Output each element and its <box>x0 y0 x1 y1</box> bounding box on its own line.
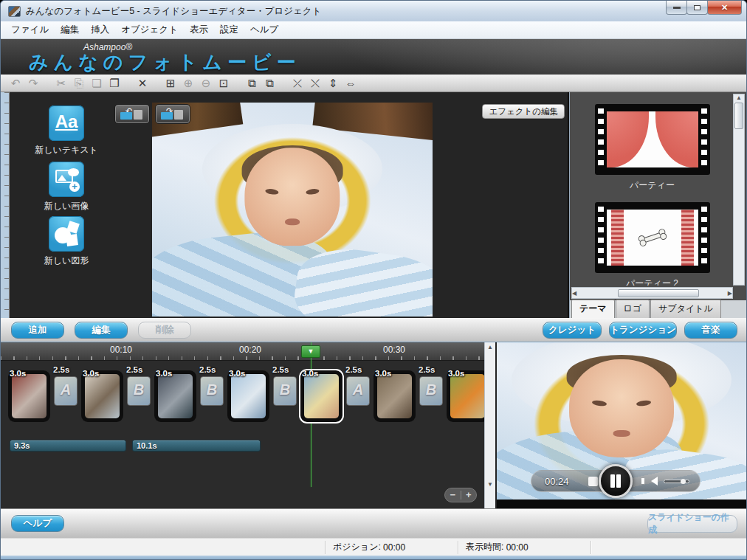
menu-item[interactable]: 編集 <box>55 21 85 38</box>
app-window: みんなのフォトムービー5 - スライドショーエディター・プロジェクト ✕ ファイ… <box>0 0 747 560</box>
ruler-label: 00:20 <box>239 345 261 355</box>
object-button-bar: 追加 編集 削除 クレジット トランジション 音楽 <box>1 318 746 342</box>
clip-duration: 2.5s <box>272 365 289 374</box>
vertical-ruler <box>1 92 10 318</box>
tool-label: 新しい画像 <box>26 200 107 212</box>
center-horizontal-icon[interactable]: ⇔ <box>342 75 359 91</box>
pause-button[interactable] <box>599 464 633 498</box>
menu-item[interactable]: ヘルプ <box>244 21 284 38</box>
theme-panel: パーティーパーティー 2 ▲ ◀▶ テーマロゴサブタイトル <box>569 92 746 318</box>
edit-effects-button[interactable]: エフェクトの編集 <box>482 104 565 119</box>
send-backward-icon[interactable]: ⧉ <box>261 75 278 91</box>
zoom-out-icon[interactable]: ⊖ <box>197 75 215 91</box>
timeline-clip-transition[interactable]: A2.5s <box>54 376 78 406</box>
redo-icon[interactable]: ↷ <box>24 75 42 91</box>
app-icon <box>8 6 21 17</box>
timeline-zoom-out-button[interactable]: − <box>445 488 461 502</box>
clip-duration: 3.0s <box>375 369 391 378</box>
help-button[interactable]: ヘルプ <box>11 515 64 532</box>
tab-ロゴ[interactable]: ロゴ <box>616 300 650 318</box>
timeline-clip-transition[interactable]: B2.5s <box>273 376 297 406</box>
tool-label: 新しいテキスト <box>26 144 107 156</box>
clip-duration: 2.5s <box>345 365 362 374</box>
timeline-clip-photo[interactable]: 3.0s <box>81 370 123 422</box>
close-button[interactable]: ✕ <box>707 1 742 15</box>
bring-forward-icon[interactable]: ⧉ <box>243 75 261 91</box>
mirror-vertical-icon[interactable]: ⤬ <box>306 75 324 91</box>
player-panel: 00:24 <box>495 342 746 508</box>
duplicate-icon[interactable]: ❐ <box>106 75 123 91</box>
tool-image[interactable]: +新しい画像 <box>26 162 107 212</box>
theme-horizontal-scrollbar[interactable]: ◀▶ <box>571 287 733 299</box>
music-button[interactable]: 音楽 <box>684 322 737 339</box>
clip-duration: 3.0s <box>302 369 318 378</box>
new-text-icon: Aa <box>49 106 84 141</box>
copy-icon[interactable]: ❏ <box>88 75 106 91</box>
rotate-left-button[interactable]: ↶ <box>114 104 150 124</box>
volume-slider[interactable] <box>664 480 689 483</box>
zoom-in-icon[interactable]: ⊕ <box>179 75 197 91</box>
tab-サブタイトル[interactable]: サブタイトル <box>650 300 721 318</box>
timeline-ruler[interactable]: 00:10 00:20 00:30 <box>1 342 484 361</box>
volume-icon <box>651 477 658 485</box>
timeline-clip-transition[interactable]: A2.5s <box>346 376 370 406</box>
add-button[interactable]: 追加 <box>11 322 64 339</box>
delete-icon[interactable]: ✕ <box>134 75 151 91</box>
theme-vertical-scrollbar[interactable]: ▲ <box>733 94 745 286</box>
menu-item[interactable]: 設定 <box>214 21 244 38</box>
theme-item[interactable]: パーティー <box>593 104 712 192</box>
zoom-fit-icon[interactable]: ⊡ <box>215 75 233 91</box>
brand-product: みんなのフォトムービー <box>29 49 300 75</box>
menu-item[interactable]: オブジェクト <box>115 21 184 38</box>
stop-button[interactable] <box>588 477 598 486</box>
rotate-right-button[interactable]: ↷ <box>155 104 190 124</box>
playback-bar: 00:24 <box>531 470 700 492</box>
timeline-clip-photo[interactable]: 3.0s <box>8 370 50 422</box>
timeline-zoom-in-button[interactable]: + <box>461 488 477 502</box>
theme-thumbnail[interactable] <box>595 104 710 175</box>
timeline-tracks[interactable]: 00:10 00:20 00:30 ▼ 3.0sA2.5s3.0sB2.5s3.… <box>1 342 484 508</box>
timeline-clip-photo[interactable]: 3.0s <box>154 370 196 422</box>
edit-button[interactable]: 編集 <box>75 322 128 339</box>
timeline-vertical-scrollbar[interactable]: ▲▼ <box>484 342 495 508</box>
theme-tabs: テーマロゴサブタイトル <box>570 300 746 318</box>
music-clip[interactable]: 9.3s <box>10 440 126 452</box>
undo-icon[interactable]: ↶ <box>7 75 24 91</box>
timeline-clip-transition[interactable]: B2.5s <box>200 376 224 406</box>
theme-label: パーティー 2 <box>593 277 712 286</box>
center-vertical-icon[interactable]: ⇕ <box>324 75 342 91</box>
paste-icon[interactable]: ⎘ <box>70 75 88 91</box>
menu-item[interactable]: ファイル <box>5 21 55 38</box>
theme-thumbnail[interactable] <box>595 202 710 273</box>
slide-preview-image[interactable] <box>152 103 433 317</box>
create-slideshow-button[interactable]: スライドショーの作成 <box>647 515 737 533</box>
timeline-clip-photo[interactable]: 3.0s <box>447 370 484 422</box>
timeline-clip-photo[interactable]: 3.0s <box>227 370 269 422</box>
cut-icon[interactable]: ✂ <box>52 75 70 91</box>
clip-duration: 2.5s <box>199 365 216 374</box>
menu-item[interactable]: 挿入 <box>85 21 115 38</box>
menu-item[interactable]: 表示 <box>184 21 214 38</box>
tool-text[interactable]: Aa新しいテキスト <box>26 106 107 156</box>
tool-shape[interactable]: 新しい図形 <box>26 216 107 267</box>
mirror-horizontal-icon[interactable]: ⤫ <box>289 75 306 91</box>
title-bar[interactable]: みんなのフォトムービー5 - スライドショーエディター・プロジェクト ✕ <box>1 1 746 21</box>
editor-canvas[interactable]: Aa新しいテキスト+新しい画像新しい図形 ↶ ↷ エフェクトの編集 <box>10 92 569 318</box>
timeline: 00:10 00:20 00:30 ▼ 3.0sA2.5s3.0sB2.5s3.… <box>1 342 746 508</box>
theme-item[interactable]: パーティー 2 <box>593 202 712 286</box>
delete-button[interactable]: 削除 <box>138 322 191 339</box>
credits-button[interactable]: クレジット <box>543 322 602 339</box>
minimize-button[interactable] <box>666 1 687 15</box>
clip-duration: 3.0s <box>448 369 464 378</box>
timeline-clip-transition[interactable]: B2.5s <box>127 376 151 406</box>
restore-button[interactable] <box>686 1 708 15</box>
timeline-clip-photo[interactable]: 3.0s <box>300 370 342 422</box>
tab-テーマ[interactable]: テーマ <box>571 300 615 318</box>
playhead-marker[interactable]: ▼ <box>301 345 320 358</box>
timeline-clip-photo[interactable]: 3.0s <box>374 370 416 422</box>
transition-button[interactable]: トランジション <box>609 322 677 339</box>
music-clip[interactable]: 10.1s <box>132 440 261 452</box>
timeline-zoom-control: − + <box>444 488 477 502</box>
timeline-clip-transition[interactable]: B2.5s <box>419 376 443 406</box>
zoom-select-icon[interactable]: ⊞ <box>162 75 179 91</box>
